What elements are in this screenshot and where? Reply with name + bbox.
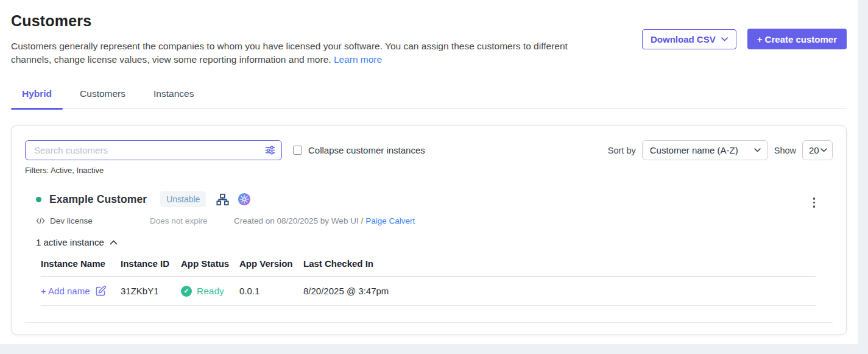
collapse-instances-control: Collapse customer instances (293, 145, 425, 155)
search-wrap (25, 140, 282, 160)
sort-by-label: Sort by (608, 146, 636, 155)
show-label: Show (774, 146, 796, 155)
created-by-link[interactable]: Paige Calvert (365, 216, 415, 225)
search-input[interactable] (25, 140, 282, 160)
col-instance-id: Instance ID (121, 258, 181, 269)
download-csv-label: Download CSV (651, 34, 716, 44)
sort-select[interactable]: Customer name (A-Z) (642, 140, 768, 160)
add-name-control[interactable]: + Add name (41, 285, 121, 297)
filter-sliders-icon[interactable] (264, 144, 276, 156)
panel-bottom-divider (25, 322, 833, 323)
customers-panel: Collapse customer instances Sort by Cust… (11, 125, 847, 335)
header-actions: Download CSV + Create customer (642, 29, 847, 49)
app-status-value: Ready (197, 286, 224, 297)
app-status-cell: ✓ Ready (181, 286, 239, 297)
add-name-label: + Add name (41, 286, 90, 296)
sort-select-value: Customer name (A-Z) (650, 145, 738, 155)
active-filters-text: Filters: Active, Inactive (25, 166, 833, 175)
instances-table-header: Instance Name Instance ID App Status App… (41, 258, 816, 277)
chevron-up-icon (110, 240, 118, 245)
customer-meta: Dev license Does not expire Created on 0… (36, 216, 833, 225)
create-customer-button[interactable]: + Create customer (747, 29, 847, 49)
code-icon (36, 217, 45, 225)
channel-badge: Unstable (160, 191, 206, 207)
chevron-down-icon (754, 148, 761, 152)
customer-header: Example Customer Unstable (36, 191, 833, 207)
check-circle-icon: ✓ (181, 286, 192, 297)
created-prefix: Created on 08/20/2025 by Web UI / (234, 216, 363, 225)
instance-row: + Add name 31ZKbY1 ✓ Ready 0.0.1 8/20/20… (41, 277, 816, 306)
show-select[interactable]: 20 (802, 140, 833, 160)
customers-page: Customers Customers generally represent … (0, 0, 858, 344)
tab-instances[interactable]: Instances (143, 88, 205, 108)
expiry-text: Does not expire (150, 216, 234, 225)
chevron-down-icon (721, 37, 728, 41)
download-csv-button[interactable]: Download CSV (642, 29, 736, 49)
customer-row: Example Customer Unstable (25, 191, 833, 306)
kubernetes-icon (238, 193, 251, 206)
learn-more-link[interactable]: Learn more (334, 54, 382, 65)
toolbar: Collapse customer instances Sort by Cust… (25, 140, 833, 160)
collapse-instances-checkbox[interactable] (293, 146, 302, 155)
sitemap-icon (216, 193, 230, 207)
tab-customers[interactable]: Customers (69, 88, 136, 108)
toolbar-right: Sort by Customer name (A-Z) Show 20 (608, 140, 833, 160)
customer-status-dot-icon (36, 197, 41, 202)
create-customer-label: + Create customer (757, 34, 837, 44)
instances-summary-label: 1 active instance (36, 237, 104, 247)
page-description-text: Customers generally represent the compan… (11, 41, 568, 65)
show-select-value: 20 (809, 145, 819, 155)
instances-toggle[interactable]: 1 active instance (36, 237, 833, 247)
page-description: Customers generally represent the compan… (11, 40, 599, 66)
customer-name[interactable]: Example Customer (49, 193, 147, 206)
page-header: Customers Customers generally represent … (0, 0, 858, 66)
col-last-checked-in: Last Checked In (303, 258, 816, 269)
col-app-status: App Status (181, 258, 239, 269)
col-instance-name: Instance Name (41, 258, 121, 269)
customer-menu-kebab-icon[interactable] (811, 195, 818, 210)
instance-id-value: 31ZKbY1 (121, 286, 181, 296)
chevron-down-icon (820, 148, 827, 152)
edit-icon[interactable] (95, 285, 107, 297)
collapse-instances-label: Collapse customer instances (308, 145, 425, 155)
customer-type-icons (216, 193, 251, 207)
last-checked-in-value: 8/20/2025 @ 3:47pm (303, 286, 816, 296)
license-type-label: Dev license (50, 216, 93, 225)
tab-hybrid[interactable]: Hybrid (11, 88, 63, 108)
col-app-version: App Version (239, 258, 303, 269)
app-version-value: 0.0.1 (239, 286, 303, 296)
tab-bar: Hybrid Customers Instances (11, 88, 847, 109)
created-text: Created on 08/20/2025 by Web UI /Paige C… (234, 216, 415, 225)
instances-table: Instance Name Instance ID App Status App… (41, 258, 816, 306)
license-type: Dev license (36, 216, 150, 225)
page-title: Customers (11, 12, 847, 30)
